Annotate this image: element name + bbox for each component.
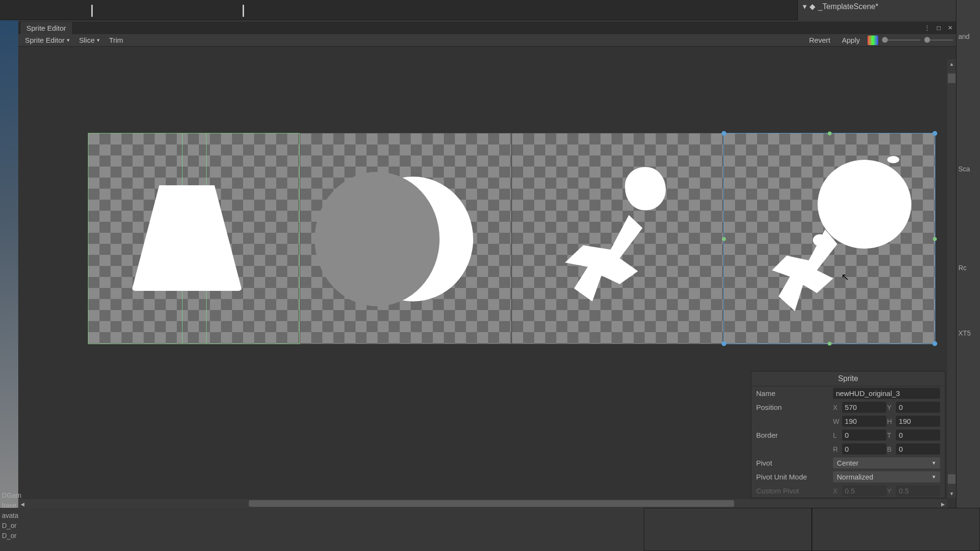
border-t-input[interactable] [896,430,940,441]
sprite-slice-3-selected[interactable] [723,133,935,344]
sprite-properties-panel: Sprite Name Position X Y W H [751,371,945,498]
custom-pivot-label: Custom Pivot [756,487,833,495]
border-r-input[interactable] [842,443,886,455]
border-l-input[interactable] [842,430,886,441]
file-item[interactable]: avata [2,511,17,521]
dropdown-value: Normalized [837,473,873,481]
pos-w-input[interactable] [842,416,886,427]
scroll-left-arrow[interactable]: ◀ [18,499,27,508]
slice-dropdown[interactable]: Slice ▼ [75,35,104,45]
sprite-slice-1[interactable] [300,133,512,344]
y-label: Y [887,487,894,495]
chevron-down-icon: ▼ [96,38,100,43]
dropdown-value: Center [837,459,858,467]
resize-handle-tr[interactable] [932,131,937,136]
sprite-editor-mode-dropdown[interactable]: Sprite Editor ▼ [21,35,74,45]
timeline-marks [82,5,245,19]
sprite-shape-trapezoid [132,185,242,291]
apply-button[interactable]: Apply [838,35,864,45]
sprite-canvas[interactable]: ↖ ▲ ▼ ◀ ▶ Sprite Name Position [18,47,956,508]
sprite-slice-2[interactable] [512,133,723,344]
dropdown-label: Slice [79,36,95,44]
pivot-unit-label: Pivot Unit Mode [756,473,833,481]
resize-handle-tl[interactable] [722,131,726,136]
custom-x-input [842,485,886,496]
chevron-down-icon: ▼ [66,38,71,43]
panel-slot [644,508,812,551]
horizontal-scrollbar[interactable]: ◀ ▶ [18,499,947,508]
pos-x-input[interactable] [842,402,886,413]
panel-slot [812,508,980,551]
sprite-shape-crescent [353,177,473,301]
project-file-list: DGam base avata D_or D_or [0,489,19,551]
file-item[interactable]: base [2,501,17,511]
pivot-label: Pivot [756,459,833,467]
alpha-slider[interactable] [882,39,920,41]
slider-thumb[interactable] [882,37,888,43]
position-label: Position [756,403,833,411]
pos-h-input[interactable] [896,416,940,427]
hierarchy-panel: ▾ ◆ _TemplateScene* ⋮ [797,0,980,20]
x-label: X [833,487,840,495]
resize-handle-bl[interactable] [722,341,726,346]
b-label: B [887,445,894,453]
pivot-dropdown[interactable]: Center ▼ [833,457,940,468]
pivot-unit-dropdown[interactable]: Normalized ▼ [833,471,940,482]
name-label: Name [756,389,833,397]
border-handle-left[interactable] [722,237,726,241]
file-item[interactable]: D_or [2,521,17,531]
scroll-right-arrow[interactable]: ▶ [939,499,947,508]
pos-y-input[interactable] [896,402,940,413]
foldout-icon[interactable]: ▾ [803,2,807,11]
scrollbar-thumb[interactable] [249,500,734,507]
scrollbar-thumb[interactable] [948,73,956,83]
chevron-down-icon: ▼ [931,460,936,466]
slider-thumb[interactable] [924,37,930,43]
sprite-editor-window: Sprite Editor ⋮ ◻ ✕ Sprite Editor ▼ Slic… [18,22,956,508]
revert-button[interactable]: Revert [805,35,834,45]
scrollbar-thumb[interactable] [948,474,956,484]
window-maximize-icon[interactable]: ◻ [933,23,944,33]
h-label: H [887,418,894,425]
border-handle-top[interactable] [828,132,832,135]
scroll-down-arrow[interactable]: ▼ [947,489,956,498]
inspector-edge: and Sca Rc XT5 [956,0,980,551]
window-close-icon[interactable]: ✕ [944,23,956,33]
sprite-shape-rocket-big [762,160,916,323]
name-input[interactable] [833,388,940,399]
cursor-icon: ↖ [841,271,849,283]
sprite-sheet[interactable] [88,133,935,344]
sprite-shape-rocket-small [555,167,685,316]
trim-button[interactable]: Trim [105,35,127,45]
border-b-input[interactable] [896,443,940,455]
inspector-text: and [958,33,978,40]
dropdown-label: Sprite Editor [25,36,65,44]
y-label: Y [887,404,894,411]
rgb-toggle-icon[interactable] [868,36,878,45]
l-label: L [833,431,840,439]
zoom-slider[interactable] [924,39,953,41]
t-label: T [887,431,894,439]
border-handle-right[interactable] [933,237,937,241]
border-handle-bottom[interactable] [828,342,832,346]
window-menu-icon[interactable]: ⋮ [921,23,933,33]
resize-handle-br[interactable] [932,341,937,346]
panel-title: Sprite [751,371,945,386]
scene-name: _TemplateScene* [818,2,878,11]
x-label: X [833,404,840,411]
chevron-down-icon: ▼ [931,474,936,479]
border-label: Border [756,431,833,439]
inspector-text: Rc [958,264,978,272]
file-item[interactable]: DGam [2,491,17,501]
unity-scene-icon: ◆ [809,2,815,11]
sprite-slice-0[interactable] [88,133,300,344]
w-label: W [833,418,840,425]
vertical-scrollbar[interactable]: ▲ ▼ [947,59,956,498]
scroll-up-arrow[interactable]: ▲ [947,59,956,69]
inspector-text: Sca [958,165,978,173]
file-item[interactable]: D_or [2,531,17,541]
scene-item[interactable]: ▾ ◆ _TemplateScene* ⋮ [803,2,975,11]
window-tab-bar: Sprite Editor ⋮ ◻ ✕ [18,22,956,34]
sprite-editor-tab[interactable]: Sprite Editor [21,22,72,34]
sprite-editor-toolbar: Sprite Editor ▼ Slice ▼ Trim Revert Appl… [18,34,956,47]
